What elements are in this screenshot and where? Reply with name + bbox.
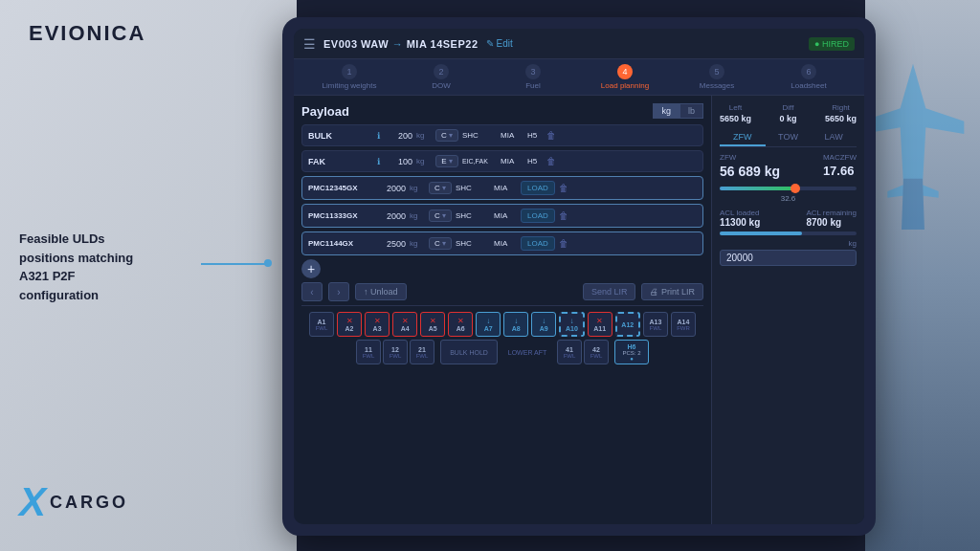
- step-6[interactable]: 6 Loadsheet: [763, 64, 855, 90]
- lower-aft-label: LOWER AFT: [503, 349, 551, 356]
- xcargo-logo: X CARGO: [19, 482, 128, 522]
- print-lir-button[interactable]: 🖨 Print LIR: [641, 283, 703, 300]
- position-a11[interactable]: ✕ A11: [588, 312, 612, 337]
- step-5-number: 5: [709, 64, 724, 79]
- position-a12[interactable]: A12: [615, 312, 640, 337]
- tab-law[interactable]: LAW: [811, 129, 857, 146]
- add-cargo-button[interactable]: +: [301, 259, 321, 278]
- send-lir-button[interactable]: Send LIR: [583, 283, 636, 300]
- step-3-label: Fuel: [525, 81, 541, 90]
- maczfw-value: 17.66: [823, 164, 857, 178]
- delete-icon-fak[interactable]: 🗑: [546, 156, 556, 166]
- position-a8[interactable]: ↓ A8: [503, 312, 528, 337]
- step-5[interactable]: 5 Messages: [671, 64, 763, 90]
- cargo-name-bulk: BULK: [308, 131, 373, 141]
- step-3[interactable]: 3 Fuel: [487, 64, 579, 90]
- step-1-number: 1: [342, 64, 357, 79]
- right-weight-col: Right 5650 kg: [825, 103, 857, 123]
- step-6-number: 6: [801, 64, 816, 79]
- delete-icon-pmc2[interactable]: 🗑: [559, 210, 568, 221]
- slider-thumb[interactable]: [791, 184, 800, 193]
- annotation-text: Feasible ULDs positions matching A321 P2…: [19, 230, 211, 304]
- step-1[interactable]: 1 Limiting weights: [303, 64, 395, 90]
- cargo-pos-fak: H5: [527, 157, 543, 165]
- lower-left-group: 11 FWL 12 FWL 21 FWL: [356, 340, 434, 364]
- cargo-unit-pmc2: kg: [410, 211, 425, 220]
- position-11[interactable]: 11 FWL: [356, 340, 381, 364]
- prev-page-button[interactable]: ‹: [301, 282, 323, 301]
- xcargo-cargo-text: CARGO: [50, 493, 128, 513]
- tab-tow[interactable]: TOW: [766, 129, 812, 146]
- step-2-label: DOW: [432, 81, 451, 90]
- cargo-unit-bulk: kg: [416, 131, 432, 140]
- position-a7[interactable]: ↓ A7: [476, 312, 501, 337]
- position-a1[interactable]: A1 FWL: [309, 312, 334, 337]
- cg-slider[interactable]: 32.6: [720, 187, 857, 203]
- position-21[interactable]: 21 FWL: [410, 340, 434, 364]
- menu-icon[interactable]: ☰: [303, 36, 316, 52]
- step-2[interactable]: 2 DOW: [395, 64, 487, 90]
- zfw-label: ZFW: [720, 153, 780, 162]
- delete-icon-bulk[interactable]: 🗑: [546, 130, 556, 141]
- tab-zfw[interactable]: ZFW: [720, 129, 766, 146]
- acl-row: ACL loaded 11300 kg ACL remaining 8700 k…: [720, 209, 857, 228]
- position-a13[interactable]: A13 FWL: [643, 312, 668, 337]
- weight-panel: Left 5650 kg Diff 0 kg Right 5650 kg ZFW: [711, 96, 864, 524]
- acl-remaining-label: ACL remaining: [806, 209, 857, 217]
- cargo-weight-fak: 100: [384, 157, 412, 166]
- position-42[interactable]: 42 FWL: [584, 340, 609, 364]
- diff-label: Diff: [779, 103, 796, 112]
- slider-fill: [720, 187, 795, 190]
- delete-icon-pmc1[interactable]: 🗑: [559, 183, 568, 193]
- info-icon-bulk[interactable]: ℹ: [377, 131, 380, 141]
- progress-steps: 1 Limiting weights 2 DOW 3 Fuel 4 Load p…: [294, 59, 864, 96]
- position-a14[interactable]: A14 FWR: [671, 312, 696, 337]
- step-2-number: 2: [434, 64, 449, 79]
- cargo-name-pmc2: PMC11333GX: [308, 211, 373, 220]
- acl-loaded-value: 11300 kg: [720, 217, 760, 228]
- step-4[interactable]: 4 Load planning: [579, 64, 671, 90]
- diff-value: 0 kg: [779, 114, 796, 123]
- cargo-unit-pmc1: kg: [410, 184, 425, 192]
- cargo-pos-bulk: H5: [527, 131, 543, 140]
- bulk-hold[interactable]: BULK HOLD: [440, 340, 498, 364]
- position-h6[interactable]: H6 PCS: 2 ●: [614, 340, 649, 364]
- status-badge: ● HIRED: [809, 37, 855, 51]
- acl-loaded-label: ACL loaded: [720, 209, 760, 217]
- load-button-pmc3[interactable]: LOAD: [521, 236, 555, 251]
- acl-remaining-value: 8700 kg: [806, 217, 857, 228]
- unload-button[interactable]: ↑ Unload: [355, 283, 407, 300]
- position-a5[interactable]: ✕ A5: [420, 312, 445, 337]
- left-weight-col: Left 5650 kg: [720, 103, 751, 123]
- maczfw-label: MACZFW: [823, 153, 857, 162]
- load-button-pmc1[interactable]: LOAD: [521, 181, 555, 195]
- lower-deck-row: 11 FWL 12 FWL 21 FWL: [309, 340, 696, 364]
- position-a2[interactable]: ✕ A2: [337, 312, 362, 337]
- position-a6[interactable]: ✕ A6: [448, 312, 473, 337]
- left-weight-label: Left: [720, 103, 751, 112]
- position-a9[interactable]: ↓ A9: [531, 312, 556, 337]
- edit-button[interactable]: ✎ Edit: [486, 38, 513, 49]
- main-deck-row: A1 FWL ✕ A2 ✕ A3: [309, 312, 696, 337]
- main-content-area: Payload kg lb BULK ℹ 200 kg C ▾ SHC MIA …: [294, 96, 864, 524]
- unit-kg-button[interactable]: kg: [653, 103, 679, 119]
- delete-icon-pmc3[interactable]: 🗑: [559, 238, 568, 249]
- payload-header: Payload kg lb: [301, 103, 703, 119]
- info-icon-fak[interactable]: ℹ: [377, 157, 380, 166]
- acl-input[interactable]: [720, 250, 857, 266]
- unit-lb-button[interactable]: lb: [679, 103, 703, 119]
- position-41[interactable]: 41 FWL: [557, 340, 582, 364]
- cargo-class-pmc1: C ▾: [429, 182, 452, 194]
- position-a3[interactable]: ✕ A3: [365, 312, 390, 337]
- diff-weight-col: Diff 0 kg: [779, 103, 796, 123]
- flight-info: EV003 WAW → MIA 14SEP22: [323, 38, 479, 50]
- cargo-shc-fak: EIC,FAK: [462, 158, 497, 165]
- next-page-button[interactable]: ›: [328, 282, 349, 301]
- navigation-row: ‹ › ↑ Unload Send LIR 🖨 Print LIR: [301, 282, 703, 301]
- left-weight-value: 5650 kg: [720, 114, 751, 123]
- cargo-dest-bulk: MIA: [501, 131, 523, 140]
- position-a10[interactable]: ↓ A10: [559, 312, 584, 337]
- position-a4[interactable]: ✕ A4: [392, 312, 417, 337]
- position-12[interactable]: 12 FWL: [383, 340, 408, 364]
- load-button-pmc2[interactable]: LOAD: [521, 209, 555, 223]
